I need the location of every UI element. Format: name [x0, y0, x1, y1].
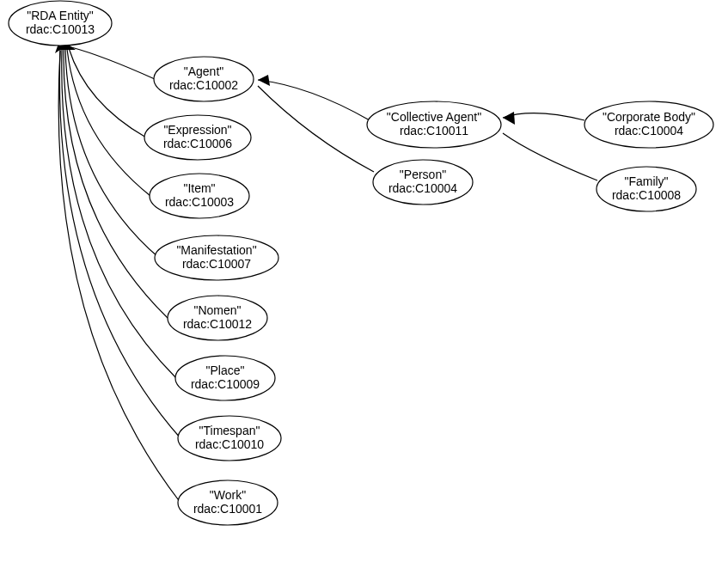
node-agent: "Agent" rdac:C10002 [154, 57, 254, 101]
family-code: rdac:C10008 [612, 188, 681, 202]
edge-collective-to-agent [258, 80, 370, 120]
edge-nomen-to-root [64, 50, 168, 318]
edge-expression-to-root [69, 48, 146, 137]
expression-label: "Expression" [163, 123, 231, 137]
node-person: "Person" rdac:C10004 [373, 160, 473, 205]
node-item: "Item" rdac:C10003 [150, 174, 249, 218]
place-label: "Place" [206, 363, 245, 377]
node-timespan: "Timespan" rdac:C10010 [178, 416, 281, 461]
rda-entity-diagram: "RDA Entity" rdac:C10013 "Agent" rdac:C1… [0, 0, 728, 568]
edge-corporate-to-collective [503, 113, 584, 120]
corporate-body-label: "Corporate Body" [603, 110, 695, 124]
arrowhead-collective [503, 112, 515, 125]
edge-manifestation-to-root [65, 49, 159, 258]
place-code: rdac:C10009 [191, 377, 260, 391]
node-nomen: "Nomen" rdac:C10012 [168, 296, 267, 340]
node-work: "Work" rdac:C10001 [178, 480, 278, 525]
node-collective-agent: "Collective Agent" rdac:C10011 [367, 101, 501, 148]
item-code: rdac:C10003 [165, 195, 234, 209]
node-rda-entity: "RDA Entity" rdac:C10013 [9, 1, 112, 46]
work-code: rdac:C10001 [193, 502, 262, 516]
rda-entity-code: rdac:C10013 [26, 22, 95, 36]
node-family: "Family" rdac:C10008 [596, 167, 696, 211]
edge-person-to-agent [258, 86, 374, 172]
node-expression: "Expression" rdac:C10006 [144, 115, 251, 160]
family-label: "Family" [624, 174, 668, 188]
nomen-code: rdac:C10012 [183, 317, 252, 331]
manifestation-code: rdac:C10007 [182, 257, 251, 271]
manifestation-label: "Manifestation" [176, 243, 256, 257]
node-corporate-body: "Corporate Body" rdac:C10004 [584, 101, 713, 148]
collective-agent-code: rdac:C10011 [400, 124, 468, 137]
node-manifestation: "Manifestation" rdac:C10007 [155, 235, 278, 280]
edge-agent-to-root [71, 47, 155, 79]
edge-work-to-root [58, 51, 180, 503]
expression-code: rdac:C10006 [163, 137, 232, 150]
corporate-body-code: rdac:C10004 [615, 124, 683, 137]
node-place: "Place" rdac:C10009 [175, 356, 275, 400]
edge-timespan-to-root [59, 50, 180, 438]
timespan-code: rdac:C10010 [195, 437, 264, 451]
nomen-label: "Nomen" [193, 303, 241, 317]
collective-agent-label: "Collective Agent" [387, 110, 481, 124]
edge-family-to-collective [503, 133, 597, 180]
timespan-label: "Timespan" [199, 424, 260, 437]
person-label: "Person" [400, 168, 446, 181]
agent-label: "Agent" [184, 64, 224, 78]
item-label: "Item" [183, 181, 215, 195]
rda-entity-label: "RDA Entity" [27, 9, 94, 22]
person-code: rdac:C10004 [388, 181, 457, 195]
arrowhead-agent [258, 75, 270, 86]
agent-code: rdac:C10002 [169, 78, 238, 92]
work-label: "Work" [210, 488, 246, 502]
